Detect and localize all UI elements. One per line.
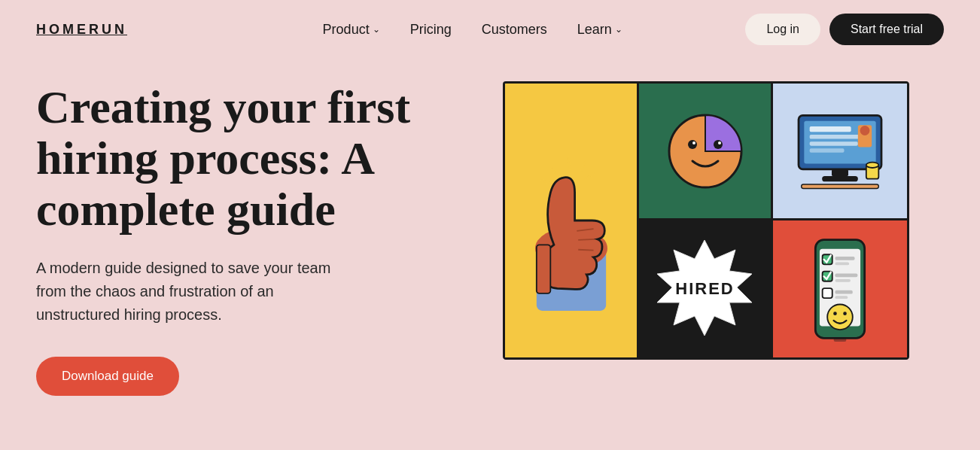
svg-point-44 [833, 312, 837, 315]
svg-point-13 [714, 140, 723, 149]
illustration-grid: HIRED [503, 81, 909, 360]
svg-rect-36 [835, 263, 849, 266]
svg-rect-27 [822, 176, 858, 181]
thumbs-up-icon [511, 130, 632, 311]
hero-subtitle: A modern guide designed to save your tea… [36, 257, 360, 327]
svg-line-6 [581, 162, 585, 171]
nav-learn[interactable]: Learn ⌄ [577, 22, 622, 38]
hero-section: Creating your first hiring process: A co… [0, 59, 980, 426]
nav-links: Product ⌄ Pricing Customers Learn ⌄ [224, 22, 721, 38]
hero-title: Creating your first hiring process: A co… [36, 81, 458, 236]
svg-line-7 [585, 173, 593, 178]
svg-rect-38 [835, 273, 857, 277]
svg-line-9 [542, 180, 550, 183]
svg-line-4 [578, 250, 593, 251]
svg-rect-21 [810, 135, 865, 139]
illustration-cell-thumbs [505, 84, 639, 357]
svg-point-14 [692, 141, 695, 144]
svg-rect-26 [832, 169, 848, 175]
svg-line-5 [568, 158, 570, 169]
nav-pricing[interactable]: Pricing [410, 22, 452, 38]
svg-rect-46 [834, 338, 847, 342]
svg-rect-20 [810, 126, 851, 132]
svg-rect-40 [823, 288, 832, 298]
svg-rect-39 [835, 279, 851, 282]
svg-rect-41 [835, 290, 852, 294]
phone-checklist-icon [806, 236, 874, 342]
svg-point-12 [688, 140, 697, 149]
illustration-cell-pie [639, 84, 773, 220]
nav-customers[interactable]: Customers [482, 22, 547, 38]
hired-text: HIRED [675, 279, 734, 299]
burst-container: HIRED [649, 240, 762, 338]
illustration-cell-computer [773, 84, 907, 220]
hero-illustration: HIRED [503, 81, 909, 360]
illustration-cell-hired: HIRED [639, 220, 773, 357]
illustration-cell-phone [773, 220, 907, 357]
svg-point-43 [827, 305, 853, 330]
download-guide-button[interactable]: Download guide [36, 357, 179, 396]
svg-point-45 [843, 312, 847, 315]
svg-rect-22 [810, 141, 858, 146]
svg-rect-10 [536, 245, 549, 293]
svg-rect-42 [835, 296, 848, 299]
login-button[interactable]: Log in [745, 14, 820, 45]
chevron-down-icon: ⌄ [615, 24, 622, 35]
nav-product[interactable]: Product ⌄ [323, 22, 380, 38]
svg-line-8 [552, 169, 557, 176]
svg-line-3 [578, 239, 595, 240]
svg-rect-30 [802, 184, 879, 189]
chevron-down-icon: ⌄ [373, 24, 380, 35]
svg-rect-23 [810, 148, 845, 153]
svg-point-25 [860, 126, 870, 135]
svg-rect-35 [835, 257, 854, 260]
svg-point-29 [866, 162, 879, 167]
nav-actions: Log in Start free trial [745, 14, 944, 45]
computer-icon [791, 110, 889, 193]
start-trial-button[interactable]: Start free trial [829, 14, 944, 45]
svg-point-15 [718, 141, 721, 144]
logo[interactable]: HOMERUN [36, 22, 127, 38]
navbar: HOMERUN Product ⌄ Pricing Customers Lear… [0, 0, 980, 59]
pie-chart-face-icon [664, 110, 747, 193]
hero-text: Creating your first hiring process: A co… [36, 74, 458, 396]
